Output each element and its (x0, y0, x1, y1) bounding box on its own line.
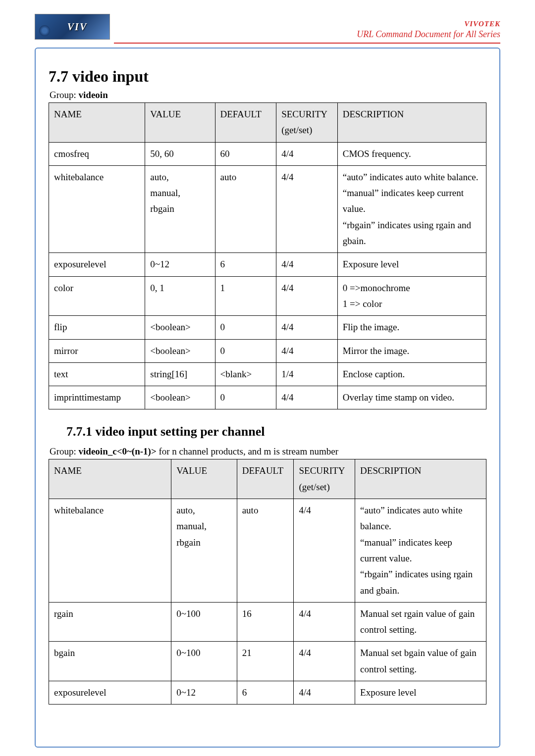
table-cell: <boolean> (145, 316, 215, 339)
header-divider (114, 43, 500, 44)
table-cell: 1 (215, 276, 276, 316)
table-cell: 4/4 (276, 253, 338, 276)
table-cell: 4/4 (276, 386, 338, 409)
table-cell: 0~12 (145, 253, 215, 276)
table-cell: <boolean> (145, 339, 215, 362)
table-cell: 4/4 (276, 339, 338, 362)
table-cell: auto (215, 165, 276, 252)
table-cell: <blank> (215, 362, 276, 386)
table-cell: exposurelevel (49, 681, 171, 705)
table-cell: 50, 60 (145, 142, 215, 165)
group-label-2: Group: videoin_c<0~(n-1)> for n channel … (50, 446, 486, 457)
table-cell: 0, 1 (145, 276, 215, 316)
table-cell: mirror (49, 339, 145, 362)
table-cell: auto, manual, rbgain (171, 499, 237, 603)
header-right: VIVOTEK URL Command Document for All Ser… (357, 20, 500, 40)
document-title: URL Command Document for All Series (357, 29, 500, 40)
table-cell: 6 (215, 253, 276, 276)
table-row: rgain0~100164/4Manual set rgain value of… (49, 602, 486, 642)
table-cell: “auto” indicates auto white balance. “ma… (355, 499, 486, 603)
table-header-row: NAME VALUE DEFAULT SECURITY (get/set) DE… (49, 459, 486, 499)
table-cell: 0~100 (171, 602, 237, 642)
col-value: VALUE (171, 459, 237, 499)
col-description: DESCRIPTION (337, 103, 486, 143)
table-cell: Mirror the image. (337, 339, 486, 362)
group-name-2: videoin_c<0~(n-1)> (79, 446, 157, 456)
table-row: cmosfreq50, 60604/4CMOS frequency. (49, 142, 486, 165)
group-label: Group: videoin (50, 90, 486, 101)
col-name: NAME (49, 103, 145, 143)
videoin-channel-table: NAME VALUE DEFAULT SECURITY (get/set) DE… (49, 459, 486, 705)
table-cell: auto (237, 499, 294, 603)
table-cell: 0~100 (171, 642, 237, 681)
table-cell: Enclose caption. (337, 362, 486, 386)
table-cell: 16 (237, 602, 294, 642)
table-row: bgain0~100214/4Manual set bgain value of… (49, 642, 486, 681)
logo-text: VIV (67, 21, 87, 33)
table-cell: 4/4 (294, 642, 355, 681)
table-row: flip<boolean>04/4Flip the image. (49, 316, 486, 339)
table-cell: color (49, 276, 145, 316)
table-cell: whitebalance (49, 499, 171, 603)
table-cell: 4/4 (294, 499, 355, 603)
table-cell: 4/4 (276, 142, 338, 165)
table-cell: 4/4 (294, 681, 355, 705)
subsection-heading: 7.7.1 video input setting per channel (66, 424, 486, 439)
table-cell: 0 (215, 339, 276, 362)
table-cell: rgain (49, 602, 171, 642)
table-cell: 6 (237, 681, 294, 705)
table-cell: 21 (237, 642, 294, 681)
table-row: mirror<boolean>04/4Mirror the image. (49, 339, 486, 362)
page: VIV VIVOTEK URL Command Document for All… (0, 0, 535, 756)
table-row: textstring[16]<blank>1/4Enclose caption. (49, 362, 486, 386)
table-row: imprinttimestamp<boolean>04/4Overlay tim… (49, 386, 486, 409)
table-row: color0, 114/40 =>monochrome 1 => color (49, 276, 486, 316)
table-cell: 4/4 (276, 316, 338, 339)
table-cell: Exposure level (337, 253, 486, 276)
table-cell: bgain (49, 642, 171, 681)
table-row: exposurelevel0~1264/4Exposure level (49, 681, 486, 705)
page-header: VIV VIVOTEK URL Command Document for All… (0, 0, 535, 43)
table-cell: 4/4 (294, 602, 355, 642)
table-cell: CMOS frequency. (337, 142, 486, 165)
group-suffix-2: for n channel products, and m is stream … (157, 446, 338, 456)
content-frame: 7.7 video input Group: videoin NAME VALU… (35, 48, 500, 748)
table-cell: 60 (215, 142, 276, 165)
table-cell: Overlay time stamp on video. (337, 386, 486, 409)
col-security: SECURITY (get/set) (294, 459, 355, 499)
table-cell: 0 (215, 316, 276, 339)
table-cell: 0~12 (171, 681, 237, 705)
table-cell: 0 (215, 386, 276, 409)
table-row: whitebalanceauto, manual, rbgainauto4/4“… (49, 165, 486, 252)
table-row: whitebalanceauto, manual, rbgainauto4/4“… (49, 499, 486, 603)
logo: VIV (35, 14, 110, 40)
table-cell: 4/4 (276, 276, 338, 316)
group-prefix: Group: (50, 90, 79, 100)
group-name: videoin (79, 90, 108, 100)
table-cell: cmosfreq (49, 142, 145, 165)
section-heading: 7.7 video input (49, 67, 486, 86)
col-description: DESCRIPTION (355, 459, 486, 499)
table-cell: string[16] (145, 362, 215, 386)
table-cell: <boolean> (145, 386, 215, 409)
table-cell: 0 =>monochrome 1 => color (337, 276, 486, 316)
col-name: NAME (49, 459, 171, 499)
table-cell: exposurelevel (49, 253, 145, 276)
table-cell: Manual set bgain value of gain control s… (355, 642, 486, 681)
col-default: DEFAULT (215, 103, 276, 143)
table-cell: auto, manual, rbgain (145, 165, 215, 252)
table-cell: Flip the image. (337, 316, 486, 339)
col-security: SECURITY (get/set) (276, 103, 338, 143)
col-default: DEFAULT (237, 459, 294, 499)
table-cell: 1/4 (276, 362, 338, 386)
table-cell: Exposure level (355, 681, 486, 705)
brand-name: VIVOTEK (357, 20, 500, 28)
table-cell: flip (49, 316, 145, 339)
table-header-row: NAME VALUE DEFAULT SECURITY (get/set) DE… (49, 103, 486, 143)
col-value: VALUE (145, 103, 215, 143)
table-cell: Manual set rgain value of gain control s… (355, 602, 486, 642)
table-cell: “auto” indicates auto white balance. “ma… (337, 165, 486, 252)
table-row: exposurelevel0~1264/4Exposure level (49, 253, 486, 276)
table-cell: text (49, 362, 145, 386)
group-prefix-2: Group: (50, 446, 79, 456)
